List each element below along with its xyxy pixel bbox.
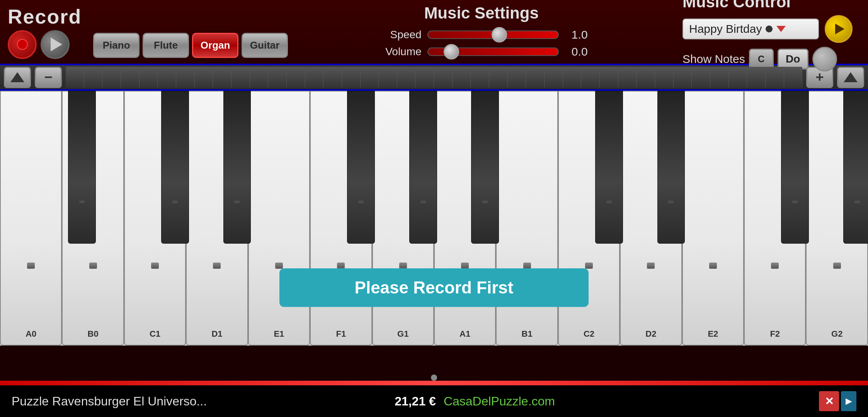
play-triangle-icon	[51, 37, 62, 51]
c-notes-button[interactable]: C	[749, 49, 774, 70]
mini-key	[692, 67, 710, 88]
zoom-out-button[interactable]: −	[35, 67, 62, 88]
volume-value: 0.0	[565, 45, 588, 58]
key-as0[interactable]	[68, 91, 96, 244]
key-marker	[585, 263, 593, 269]
key-gs1[interactable]	[409, 91, 437, 244]
key-label-c1: C1	[150, 329, 160, 339]
mini-keyboard	[66, 67, 802, 88]
mini-key	[453, 67, 471, 88]
volume-knob[interactable]	[444, 44, 459, 59]
key-cs2[interactable]	[595, 91, 623, 244]
key-marker	[523, 263, 531, 269]
mini-key	[710, 67, 729, 88]
key-label-b0: B0	[88, 329, 99, 339]
mini-key	[415, 67, 434, 88]
notes-dial-button[interactable]	[812, 47, 837, 71]
mini-key	[600, 67, 618, 88]
mini-key	[305, 67, 324, 88]
close-ad-button[interactable]: ✕	[819, 391, 839, 411]
white-keys-container: A0 B0 C1 D1 E1 F1 G1 A1	[0, 91, 868, 346]
please-record-text: Please Record First	[355, 278, 514, 297]
speed-knob[interactable]	[492, 27, 507, 42]
record-button[interactable]	[8, 30, 37, 59]
mini-key	[323, 67, 342, 88]
key-label-g1: G1	[397, 329, 408, 339]
key-label-d1: D1	[211, 329, 222, 339]
key-ds2[interactable]	[657, 91, 685, 244]
key-marker	[275, 263, 283, 269]
key-marker	[213, 263, 221, 269]
mini-key	[66, 67, 84, 88]
key-e2[interactable]: E2	[682, 91, 744, 346]
key-cs1[interactable]	[161, 91, 189, 244]
key-label-f2: F2	[770, 329, 780, 339]
mini-key	[471, 67, 489, 88]
speed-slider[interactable]	[427, 31, 559, 39]
play-triangle-gold-icon	[835, 24, 844, 34]
key-marker	[771, 263, 779, 269]
minus-icon: −	[44, 69, 52, 85]
control-title: Music Control	[682, 0, 791, 11]
key-fs2[interactable]	[781, 91, 809, 244]
mini-key	[784, 67, 802, 88]
key-marker	[833, 263, 841, 269]
mini-key	[581, 67, 600, 88]
key-ds1[interactable]	[223, 91, 251, 244]
key-label-e1: E1	[274, 329, 284, 339]
mini-key	[342, 67, 361, 88]
mini-key	[508, 67, 526, 88]
speed-value: 1.0	[565, 28, 588, 41]
play-button[interactable]	[41, 30, 70, 59]
organ-button[interactable]: Organ	[192, 33, 238, 58]
key-label-d2: D2	[645, 329, 656, 339]
key-marker	[709, 263, 717, 269]
key-label-c2: C2	[584, 329, 594, 339]
mini-key	[84, 67, 103, 88]
ad-link[interactable]: CasaDelPuzzle.com	[444, 394, 819, 409]
mini-key	[102, 67, 121, 88]
mini-key	[121, 67, 140, 88]
mini-key	[434, 67, 453, 88]
song-dropdown[interactable]: Happy Birtday	[682, 19, 819, 39]
key-marker	[399, 263, 407, 269]
key-label-f1: F1	[336, 329, 346, 339]
key-marker	[151, 263, 159, 269]
mini-key	[637, 67, 655, 88]
mini-key	[618, 67, 637, 88]
music-control: Music Control Happy Birtday Show Notes C…	[675, 0, 860, 75]
volume-slider[interactable]	[427, 47, 559, 56]
key-label-a1: A1	[460, 329, 470, 339]
mini-key	[397, 67, 416, 88]
piano-button[interactable]: Piano	[93, 33, 140, 58]
ad-bar: Puzzle Ravensburger El Universo... 21,21…	[0, 385, 868, 417]
expand-ad-button[interactable]: ▶	[841, 391, 856, 411]
song-name: Happy Birtday	[689, 22, 762, 36]
key-a0[interactable]: A0	[0, 91, 62, 346]
key-as1[interactable]	[471, 91, 499, 244]
do-notes-button[interactable]: Do	[778, 49, 808, 70]
key-fs1[interactable]	[347, 91, 375, 244]
volume-row: Volume 0.0	[375, 45, 588, 58]
mini-key	[268, 67, 287, 88]
key-marker	[27, 263, 35, 269]
key-b1[interactable]: B1	[496, 91, 558, 346]
record-title: Record	[8, 5, 82, 28]
key-marker	[337, 263, 345, 269]
instrument-buttons: Piano Flute Organ Guitar	[93, 33, 288, 58]
key-label-b1: B1	[522, 329, 533, 339]
music-control-play-button[interactable]	[825, 15, 853, 43]
key-gs2[interactable]	[843, 91, 868, 244]
mini-key	[158, 67, 176, 88]
speed-label: Speed	[375, 29, 422, 41]
flute-button[interactable]: Flute	[143, 33, 189, 58]
mini-key	[361, 67, 379, 88]
song-dot-icon	[766, 25, 773, 32]
guitar-button[interactable]: Guitar	[242, 33, 288, 58]
mini-key	[489, 67, 508, 88]
key-e1[interactable]: E1	[248, 91, 310, 346]
key-marker	[647, 263, 655, 269]
octave-up-left-button[interactable]	[4, 67, 31, 88]
mini-key	[655, 67, 674, 88]
song-selector-row: Happy Birtday	[682, 15, 853, 43]
